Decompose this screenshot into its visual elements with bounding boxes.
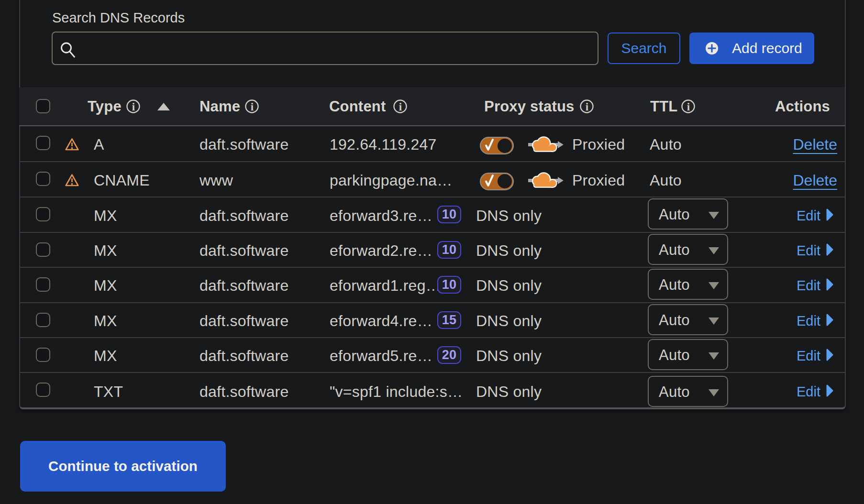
svg-text:i: i — [251, 101, 254, 113]
svg-text:i: i — [399, 101, 402, 113]
svg-text:i: i — [687, 101, 690, 113]
svg-text:i: i — [586, 101, 589, 113]
svg-text:i: i — [132, 101, 135, 113]
